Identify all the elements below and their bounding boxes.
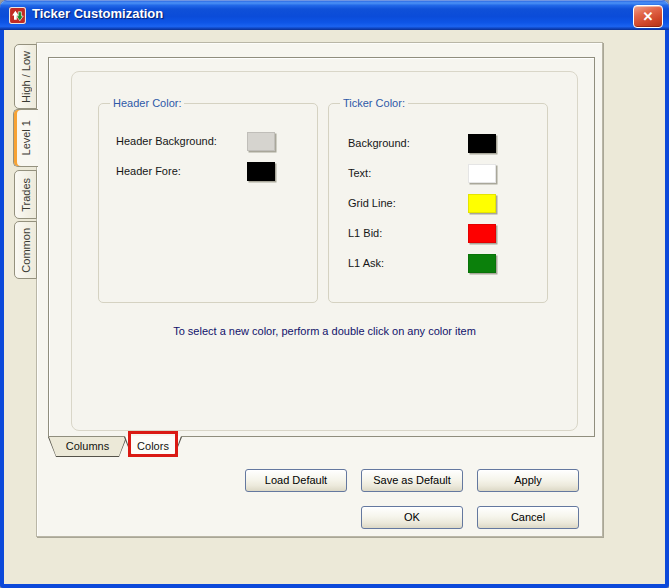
ticker-background-swatch[interactable]: [468, 134, 496, 153]
tab-level-1[interactable]: Level 1: [13, 109, 38, 167]
l1-bid-swatch[interactable]: [468, 224, 496, 243]
ticker-updown-icon: [9, 7, 26, 24]
header-color-group-title: Header Color:: [110, 97, 184, 109]
header-color-group: Header Color:: [98, 103, 318, 303]
close-button[interactable]: ✕: [633, 5, 663, 28]
tab-colors-label: Colors: [124, 437, 182, 457]
tab-high-low[interactable]: High / Low: [14, 44, 37, 109]
tab-common[interactable]: Common: [14, 221, 37, 279]
tab-trades-label: Trades: [20, 178, 32, 212]
l1-ask-label: L1 Ask:: [348, 257, 384, 269]
tab-colors[interactable]: Colors: [124, 437, 182, 457]
ticker-customization-window: Ticker Customization ✕ High / Low Level …: [0, 0, 669, 588]
header-fore-label: Header Fore:: [116, 165, 181, 177]
grid-line-label: Grid Line:: [348, 197, 396, 209]
header-background-label: Header Background:: [116, 135, 217, 147]
ticker-color-group-title: Ticker Color:: [340, 97, 408, 109]
ticker-background-label: Background:: [348, 137, 410, 149]
tab-columns[interactable]: Columns: [48, 437, 127, 457]
load-default-button[interactable]: Load Default: [245, 469, 347, 492]
dialog-body: High / Low Level 1 Trades Common Header …: [4, 30, 665, 584]
tab-columns-label: Columns: [48, 437, 127, 457]
tab-high-low-label: High / Low: [20, 51, 32, 103]
tab-level-1-label: Level 1: [20, 120, 32, 155]
color-hint-text: To select a new color, perform a double …: [71, 325, 578, 337]
save-as-default-button[interactable]: Save as Default: [361, 469, 463, 492]
cancel-button[interactable]: Cancel: [477, 506, 579, 529]
ok-button[interactable]: OK: [361, 506, 463, 529]
titlebar[interactable]: Ticker Customization ✕: [0, 0, 669, 30]
header-background-swatch[interactable]: [247, 132, 275, 151]
l1-ask-swatch[interactable]: [468, 254, 496, 273]
l1-bid-label: L1 Bid:: [348, 227, 382, 239]
ticker-text-label: Text:: [348, 167, 371, 179]
tab-trades[interactable]: Trades: [14, 170, 37, 219]
ticker-text-swatch[interactable]: [468, 164, 496, 183]
apply-button[interactable]: Apply: [477, 469, 579, 492]
window-title: Ticker Customization: [32, 6, 163, 21]
grid-line-swatch[interactable]: [468, 194, 496, 213]
header-fore-swatch[interactable]: [247, 162, 275, 181]
tab-common-label: Common: [20, 228, 32, 273]
